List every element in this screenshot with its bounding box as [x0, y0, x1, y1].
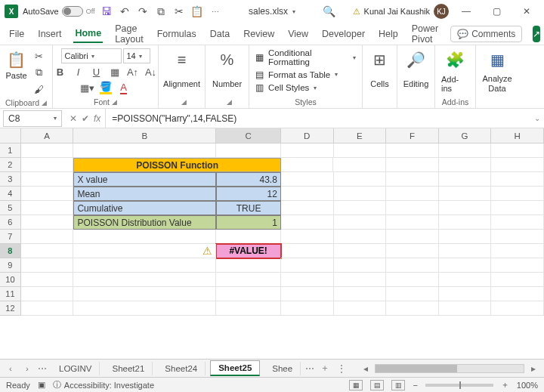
row-header[interactable]: 6 [0, 215, 21, 230]
border-dropdown-icon[interactable]: ▦▾ [79, 80, 96, 95]
addins-btn-label[interactable]: Add-ins [441, 75, 469, 93]
cancel-icon[interactable]: ✕ [70, 113, 77, 124]
tab-insert[interactable]: Insert [36, 26, 63, 42]
percent-icon[interactable]: % [216, 48, 239, 71]
fx-icon[interactable]: fx [94, 113, 100, 124]
tab-review[interactable]: Review [242, 26, 276, 42]
minimize-button[interactable]: — [453, 1, 479, 22]
accessibility-status[interactable]: ⓘ Accessibility: Investigate [53, 379, 154, 390]
formula-input[interactable]: =POISSON("Harry",14,FALSE) [106, 113, 530, 124]
bold-button[interactable]: B [52, 64, 69, 79]
more-sheets-icon[interactable]: ⋯ [38, 363, 47, 374]
cell-b3[interactable]: X value [73, 172, 216, 187]
col-header[interactable]: F [386, 128, 439, 143]
underline-button[interactable]: U [88, 64, 105, 79]
col-header[interactable]: H [491, 128, 544, 143]
font-name-select[interactable]: Calibri▾ [61, 48, 122, 63]
cells-icon[interactable]: ⊞ [369, 48, 391, 71]
close-button[interactable]: ✕ [514, 1, 539, 22]
zoom-slider[interactable] [425, 384, 493, 387]
sheet-tab-sheet24[interactable]: Sheet24 [157, 362, 206, 375]
enter-icon[interactable]: ✔ [82, 113, 89, 124]
select-all-corner[interactable] [0, 128, 21, 143]
account-area[interactable]: ⚠ Kunal Jai Kaushik KJ [353, 4, 449, 19]
chevron-down-icon[interactable]: ▾ [54, 115, 57, 122]
col-header[interactable]: D [281, 128, 334, 143]
row-header[interactable]: 4 [0, 187, 21, 201]
row-header[interactable]: 3 [0, 172, 21, 187]
tab-file[interactable]: File [8, 26, 26, 42]
conditional-formatting-button[interactable]: ▦Conditional Formatting▾ [255, 48, 356, 66]
number-label[interactable]: Number [212, 79, 242, 88]
launcher-icon[interactable]: ◢ [112, 98, 117, 106]
macro-icon[interactable]: ▣ [38, 380, 45, 390]
paste-icon[interactable]: 📋 [5, 48, 28, 71]
alignment-icon[interactable]: ≡ [171, 48, 193, 71]
more-qat-icon[interactable]: ⋯ [209, 5, 222, 18]
border-icon[interactable]: ▦ [107, 64, 123, 79]
cell-c5[interactable]: TRUE [216, 201, 281, 215]
editing-label[interactable]: Editing [403, 79, 429, 88]
font-shrink-icon[interactable]: A↓ [143, 64, 159, 79]
new-sheet-icon[interactable]: ＋ [319, 363, 331, 374]
zoom-level[interactable]: 100% [517, 381, 538, 390]
name-box[interactable]: C8 ▾ [3, 110, 62, 127]
scroll-right-icon[interactable]: ▸ [527, 363, 539, 374]
save-icon[interactable]: 🖫 [100, 5, 113, 18]
analyze-button[interactable]: Analyze Data [482, 74, 512, 92]
redo-icon[interactable]: ↷ [136, 5, 150, 18]
sheet-tab-sheet21[interactable]: Sheet21 [104, 362, 153, 375]
paste-icon[interactable]: 📋 [190, 5, 204, 18]
toggle-pill-icon[interactable] [62, 6, 83, 17]
zoom-out-icon[interactable]: − [413, 381, 417, 390]
more-sheets-right-icon[interactable]: ⋯ [305, 363, 314, 374]
table-title[interactable]: POISSON Function [73, 158, 280, 172]
sheet-nav-next-icon[interactable]: › [21, 364, 33, 373]
cut-icon[interactable]: ✂ [172, 5, 186, 18]
tab-formulas[interactable]: Formulas [156, 26, 198, 42]
cell-c8-selected[interactable]: #VALUE! [216, 244, 281, 258]
font-size-select[interactable]: 14▾ [123, 48, 150, 63]
analyze-icon[interactable]: ▦ [486, 48, 508, 71]
cell-b4[interactable]: Mean [73, 187, 216, 201]
comments-button[interactable]: 💬 Comments [450, 26, 522, 42]
sheet-nav-prev-icon[interactable]: ‹ [5, 364, 17, 373]
col-header[interactable]: C [216, 128, 281, 143]
launcher-icon[interactable]: ◢ [181, 98, 187, 106]
expand-formula-icon[interactable]: ⌄ [530, 114, 544, 122]
zoom-in-icon[interactable]: ＋ [501, 379, 509, 390]
row-header[interactable]: 11 [0, 287, 21, 301]
addins-icon[interactable]: 🧩 [444, 48, 467, 71]
cell-c3[interactable]: 43.8 [216, 172, 281, 187]
cell-c6[interactable]: 1 [216, 215, 281, 230]
copy-icon[interactable]: ⧉ [154, 5, 168, 18]
user-avatar-icon[interactable]: KJ [434, 4, 449, 19]
view-page-layout-icon[interactable]: ▤ [370, 380, 384, 390]
tab-view[interactable]: View [286, 26, 310, 42]
launcher-icon[interactable]: ◢ [42, 99, 47, 106]
sheet-tab-sheet25[interactable]: Sheet25 [210, 360, 260, 376]
row-header[interactable]: 10 [0, 273, 21, 287]
tab-page-layout[interactable]: Page Layout [113, 20, 145, 48]
row-header[interactable]: 7 [0, 230, 21, 244]
row-header[interactable]: 1 [0, 144, 21, 158]
row-header[interactable]: 12 [0, 301, 21, 316]
row-header[interactable]: 2 [0, 158, 21, 172]
col-header[interactable]: B [73, 128, 216, 143]
row-header[interactable]: 5 [0, 201, 21, 215]
cell-b6[interactable]: POISSON Distribution Value [73, 215, 216, 230]
format-as-table-button[interactable]: ▤Format as Table▾ [255, 69, 338, 80]
scroll-left-icon[interactable]: ◂ [360, 363, 372, 374]
sheet-options-icon[interactable]: ⋮ [335, 363, 348, 374]
font-grow-icon[interactable]: A↑ [125, 64, 141, 79]
worksheet-grid[interactable]: A B C D E F G H 1 2 POISSON Function 3 X… [0, 128, 544, 359]
sheet-tab-loginv[interactable]: LOGINV [51, 362, 100, 375]
tab-help[interactable]: Help [377, 26, 400, 42]
paste-label[interactable]: Paste [5, 71, 26, 80]
alignment-label[interactable]: Alignment [163, 79, 200, 88]
row-header[interactable]: 8 [0, 244, 21, 258]
hscroll-thumb[interactable] [376, 365, 457, 372]
autosave-toggle[interactable]: AutoSave Off [23, 6, 95, 17]
share-button[interactable]: ↗ [533, 26, 540, 42]
tab-data[interactable]: Data [209, 26, 231, 42]
